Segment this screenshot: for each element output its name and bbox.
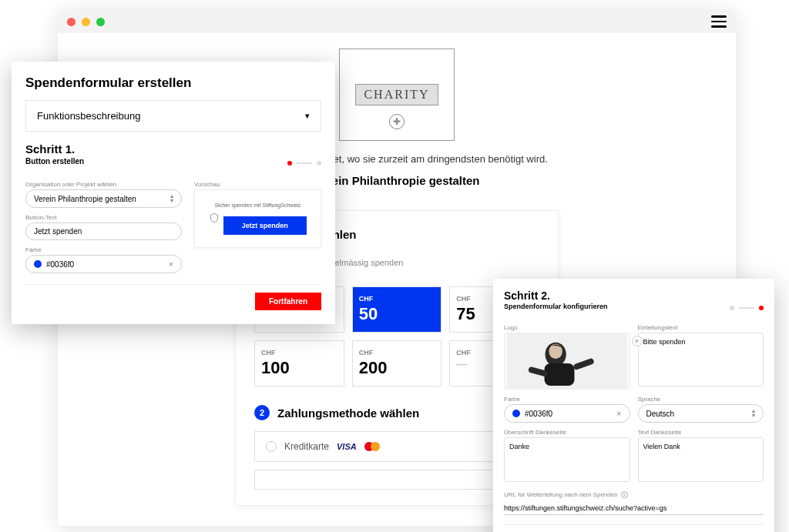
thanks-text-label: Text Dankeseite [638, 429, 764, 436]
lang-select[interactable]: Deutsch ▴▾ [638, 404, 764, 423]
credit-card-label: Kreditkarte [284, 441, 329, 452]
btn-text-input[interactable]: Jetzt spenden [25, 223, 182, 240]
color-value: #0036f0 [46, 260, 74, 269]
uploaded-logo-image [505, 333, 630, 389]
progress-dot-2 [759, 306, 764, 310]
visa-icon: VISA [337, 442, 357, 451]
menu-icon[interactable] [711, 15, 727, 28]
step1-subtitle: Button erstellen [25, 157, 84, 166]
plus-icon: ✚ [389, 114, 405, 129]
intro-text-input[interactable] [638, 333, 764, 386]
radio-icon [266, 441, 277, 452]
clear-icon[interactable]: × [616, 409, 621, 418]
accordion-label: Funktionsbeschreibung [37, 110, 140, 122]
redirect-url-input[interactable] [504, 502, 764, 515]
preview-safe-text: Sicher spenden mit StiftungSchweiz [203, 202, 313, 208]
info-icon[interactable]: ? [621, 491, 628, 498]
remove-logo-icon[interactable]: × [632, 336, 643, 346]
preview-donate-button[interactable]: Jetzt spenden [223, 216, 307, 235]
browser-titlebar [58, 10, 736, 33]
color-label: Farbe [25, 246, 182, 253]
intro-label: Einleitungstext [638, 324, 764, 331]
svg-point-5 [549, 344, 562, 359]
step-2-title: Zahlungsmethode wählen [277, 407, 419, 420]
org-select[interactable]: Verein Philanthropie gestalten ▴▾ [25, 189, 182, 208]
step-progress [287, 161, 321, 166]
color-input[interactable]: #0036f0 × [25, 255, 182, 273]
chevron-down-icon: ▾ [305, 111, 310, 121]
modal1-title: Spendenformular erstellen [25, 75, 321, 91]
continue-button[interactable]: Fortfahren [255, 293, 321, 310]
step1-label: Schritt 1. [25, 142, 84, 156]
logo-label: Logo [504, 324, 630, 331]
progress-dot-1 [287, 161, 292, 166]
org-select-value: Verein Philanthropie gestalten [34, 195, 136, 203]
step2-heading: Schritt 2. Spendenformular konfigurieren [504, 289, 608, 310]
close-window-icon[interactable] [67, 18, 76, 26]
color-input-2[interactable]: #0036f0 × [504, 404, 630, 423]
progress-dot-1 [730, 306, 734, 310]
thanks-head-input[interactable] [504, 437, 630, 482]
modal2-footer: Zurück Spendenformular erstellen [504, 524, 764, 532]
thanks-text-input[interactable] [638, 437, 764, 482]
thanks-head-label: Überschrift Dankeseite [504, 429, 630, 436]
amount-100[interactable]: CHF 100 [254, 340, 344, 386]
modal1-footer: Fortfahren [25, 284, 321, 310]
org-field-label: Organisation oder Projekt wählen [25, 181, 182, 188]
lang-label: Sprache [638, 396, 764, 403]
create-form-modal-step1: Spendenformular erstellen Funktionsbesch… [12, 62, 335, 324]
btn-text-label: Button-Text [25, 214, 182, 221]
btn-text-value: Jetzt spenden [34, 227, 82, 236]
button-preview: Sicher spenden mit StiftungSchweiz Jetzt… [194, 189, 321, 248]
amount-200[interactable]: CHF 200 [352, 340, 442, 386]
charity-logo: CHARITY ✚ [339, 49, 455, 141]
create-form-modal-step2: Schritt 2. Spendenformular konfigurieren… [493, 279, 774, 532]
updown-icon: ▴▾ [170, 194, 173, 203]
mastercard-icon [364, 442, 380, 451]
clear-icon[interactable]: × [169, 259, 173, 269]
updown-icon: ▴▾ [752, 409, 755, 418]
svg-rect-2 [545, 363, 575, 386]
step-progress-2 [730, 306, 764, 310]
window-controls [67, 18, 105, 26]
step2-label: Schritt 2. [504, 289, 608, 302]
color-value-2: #0036f0 [525, 410, 552, 418]
logo-text: CHARITY [355, 84, 438, 105]
lang-value: Deutsch [646, 410, 675, 418]
logo-upload[interactable] [504, 333, 630, 390]
preview-label: Vorschau [194, 181, 321, 188]
description-accordion[interactable]: Funktionsbeschreibung ▾ [25, 100, 321, 132]
color-swatch [512, 410, 520, 417]
step1-heading: Schritt 1. Button erstellen [25, 142, 84, 166]
step-2-badge: 2 [254, 405, 270, 420]
step2-subtitle: Spendenformular konfigurieren [504, 303, 608, 310]
maximize-window-icon[interactable] [96, 18, 105, 26]
progress-dot-2 [317, 161, 321, 166]
color-label-2: Farbe [504, 396, 630, 403]
url-label: URL für Weiterleitung nach dem Spenden ? [504, 491, 764, 498]
shield-icon [209, 212, 220, 223]
amount-50[interactable]: CHF 50 [352, 286, 442, 333]
minimize-window-icon[interactable] [82, 18, 90, 26]
color-swatch [34, 260, 42, 268]
